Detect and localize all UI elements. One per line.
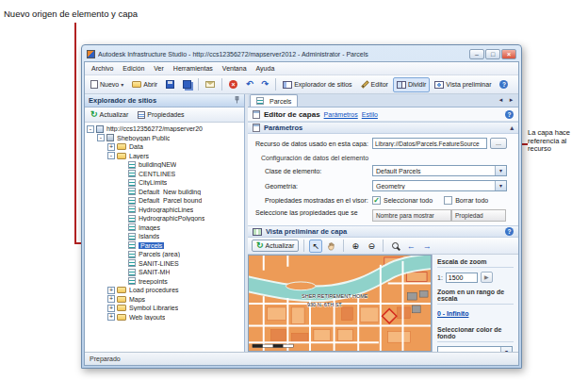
zoom-range-link[interactable]: 0 - Infinito: [437, 310, 468, 317]
previous-view-button[interactable]: ←: [404, 240, 417, 253]
editor-toggle[interactable]: Editor: [357, 77, 392, 92]
refresh-button[interactable]: ↻ Actualizar: [87, 108, 132, 121]
tree-item-symbol-libraries[interactable]: +Symbol Libraries: [85, 304, 244, 313]
menu-archivo[interactable]: Archivo: [87, 62, 118, 74]
chevron-down-icon[interactable]: ▾: [495, 181, 506, 190]
tree-item-site-root[interactable]: -http://ccs12356272/mapserver20: [85, 124, 244, 134]
site-explorer-toggle[interactable]: Explorador de sitios: [279, 77, 355, 92]
map-icon: [253, 228, 262, 236]
preview-section-header[interactable]: Vista preliminar de capa ?: [248, 225, 518, 238]
tree-item-load-procedures[interactable]: +Load procedures: [85, 286, 244, 295]
save-all-button[interactable]: [179, 77, 195, 92]
expander-icon[interactable]: +: [107, 143, 115, 151]
open-button[interactable]: Abrir: [128, 77, 161, 92]
menu-edicion[interactable]: Edición: [118, 62, 149, 74]
expander-icon[interactable]: -: [97, 134, 105, 141]
tree-item-hydrographicpolygons[interactable]: HydrographicPolygons: [85, 214, 244, 223]
pan-tool-button[interactable]: [325, 240, 338, 253]
redo-button[interactable]: ↷: [258, 77, 273, 92]
link-estilo[interactable]: Estilo: [362, 111, 378, 118]
menu-ventana[interactable]: Ventana: [218, 62, 252, 74]
split-toggle[interactable]: Dividir: [393, 77, 430, 92]
tree-item-islands[interactable]: Islands: [85, 232, 244, 241]
expander-icon[interactable]: -: [87, 125, 94, 133]
preview-toggle[interactable]: Vista preliminar: [431, 77, 495, 92]
tree-item-web-layouts[interactable]: +Web layouts: [85, 313, 244, 322]
expander-icon[interactable]: +: [107, 313, 115, 321]
zoom-in-button[interactable]: ⊕: [349, 240, 362, 253]
tab-scroll-right-button[interactable]: ▸: [506, 95, 516, 106]
tree-item-data[interactable]: +Data: [85, 142, 244, 152]
tree-item-parcels[interactable]: Parcels: [85, 241, 244, 251]
app-icon: [87, 50, 95, 58]
tree-item-parcels-area[interactable]: Parcels (area): [85, 250, 244, 259]
tree-item-sheboygan-public[interactable]: -Sheboygan Public: [85, 134, 244, 143]
site-explorer-toggle-label: Explorador de sitios: [294, 81, 351, 88]
zoom-window-button[interactable]: [388, 240, 401, 253]
tab-scroll-left-button[interactable]: ◂: [496, 95, 506, 106]
browse-button[interactable]: ...: [490, 138, 507, 149]
expander-icon[interactable]: +: [107, 305, 115, 312]
feature-class-dropdown[interactable]: Default Parcels ▾: [372, 165, 507, 176]
tree-item-label: Data: [129, 143, 143, 150]
callout-line-vertical: [74, 23, 76, 244]
tree-item-maps[interactable]: +Maps: [85, 295, 244, 305]
map-refresh-button[interactable]: ↻ Actualizar: [252, 240, 299, 252]
close-button[interactable]: ×: [501, 49, 516, 59]
tree-item-citylimits[interactable]: CityLimits: [85, 178, 244, 188]
parametros-section-header[interactable]: Parámetros ▴: [248, 122, 518, 134]
tree-item-label: Parcels: [139, 242, 164, 249]
help-icon[interactable]: ?: [505, 110, 514, 119]
tree-item-sanit-lines[interactable]: SANIT-LINES: [85, 259, 244, 269]
maximize-button[interactable]: □: [485, 49, 500, 59]
tab-parcels[interactable]: Parcels: [250, 94, 298, 107]
tree-item-default-parcel-bound[interactable]: Default_Parcel bound: [85, 196, 244, 206]
tree-item-hydrographiclines[interactable]: HydrographicLines: [85, 206, 244, 215]
clear-all-checkbox[interactable]: [444, 196, 452, 205]
apply-scale-button[interactable]: ▶: [481, 272, 493, 283]
tree-item-buildingnew[interactable]: buildingNEW: [85, 160, 244, 170]
collapse-icon[interactable]: ▴: [510, 124, 514, 132]
zoom-out-button[interactable]: ⊖: [365, 240, 378, 253]
menu-herramientas[interactable]: Herramientas: [169, 62, 218, 74]
split-view-icon: [397, 81, 406, 89]
window-client-area: Archivo Edición Ver Herramientas Ventana…: [84, 61, 519, 366]
stop-button[interactable]: ×: [225, 77, 241, 92]
titlebar[interactable]: Autodesk Infrastructure Studio - http://…: [84, 47, 519, 61]
column-display-name[interactable]: Nombre para mostrar: [372, 209, 451, 222]
link-parametros[interactable]: Parámetros: [324, 111, 358, 118]
expander-icon[interactable]: +: [107, 287, 115, 294]
help-button[interactable]: ?: [496, 77, 512, 92]
undo-button[interactable]: ↶: [242, 77, 257, 92]
tree-item-treepoints[interactable]: treepoints: [85, 277, 244, 287]
scale-input[interactable]: [446, 273, 478, 283]
select-tool-button[interactable]: ↖: [309, 240, 322, 253]
pin-icon[interactable]: [234, 96, 240, 106]
tree-item-sanit-mh[interactable]: SANIT-MH: [85, 268, 244, 277]
help-icon[interactable]: ?: [505, 227, 514, 236]
minimize-button[interactable]: –: [469, 49, 484, 59]
menu-ver[interactable]: Ver: [149, 62, 169, 74]
layer-icon: [128, 188, 136, 195]
folder-icon: [117, 296, 126, 303]
chevron-down-icon[interactable]: ▾: [495, 166, 506, 175]
expander-icon[interactable]: +: [107, 295, 115, 303]
package-button[interactable]: [202, 77, 219, 92]
geometry-dropdown[interactable]: Geometry ▾: [372, 180, 507, 191]
site-explorer-header: Explorador de sitios: [85, 94, 244, 107]
expander-icon[interactable]: -: [107, 152, 115, 159]
resource-input[interactable]: [372, 138, 487, 149]
select-all-checkbox[interactable]: ✓: [372, 196, 381, 205]
next-view-button[interactable]: →: [420, 240, 433, 253]
statusbar: Preparado: [85, 352, 518, 365]
menu-ayuda[interactable]: Ayuda: [252, 62, 280, 74]
tree-item-centlines[interactable]: CENTLINES: [85, 170, 244, 179]
tree-item-images[interactable]: Images: [85, 223, 244, 233]
tree-item-layers[interactable]: -Layers: [85, 152, 244, 161]
map-canvas[interactable]: SHER RETIREMENT HOME 930 N. 6TH ST.: [248, 255, 432, 352]
properties-button[interactable]: Propiedades: [134, 108, 188, 121]
new-button[interactable]: Nuevo ▾: [87, 77, 127, 92]
save-button[interactable]: [162, 77, 178, 92]
tree-item-default-new-building[interactable]: Default_New building: [85, 188, 244, 197]
column-property[interactable]: Propiedad: [451, 209, 506, 222]
